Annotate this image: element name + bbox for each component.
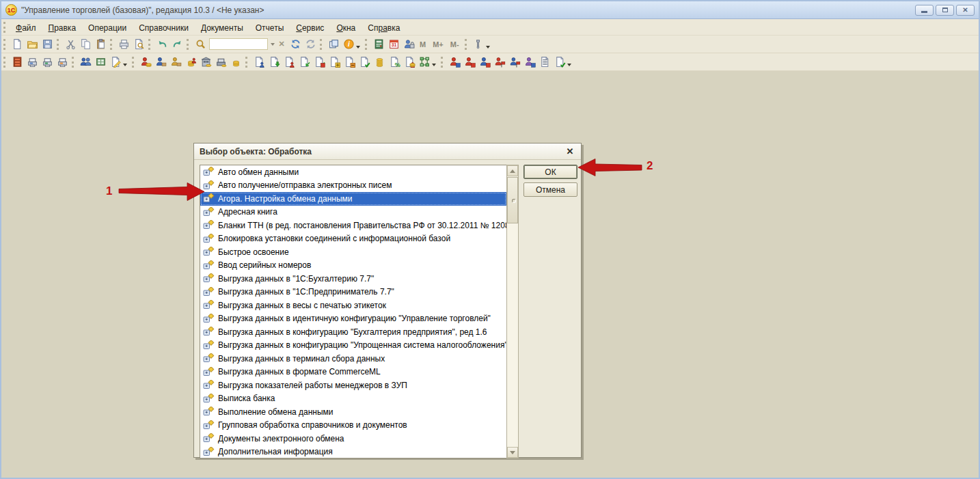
supplier-order-icon[interactable] (168, 55, 183, 69)
doc-add-payment-icon[interactable] (327, 55, 342, 69)
minimize-button[interactable] (915, 5, 934, 16)
list-scrollbar[interactable] (506, 165, 519, 459)
list-item[interactable]: Авто получение/отправка электронных писе… (200, 179, 506, 193)
close-button[interactable]: ✕ (956, 5, 975, 16)
pos-terminal-icon[interactable] (93, 55, 108, 69)
menu-item-операции[interactable]: Операции (82, 21, 133, 35)
find-next-icon[interactable] (288, 38, 303, 51)
list-item[interactable]: Бланки ТТН (в ред. постановления Правите… (200, 219, 506, 232)
paste-icon[interactable] (93, 38, 108, 51)
settings-wrench-icon[interactable] (471, 38, 486, 51)
menu-item-документы[interactable]: Документы (195, 21, 249, 35)
memory-add-button[interactable]: M+ (429, 40, 447, 49)
toolbar-grip[interactable] (3, 57, 7, 68)
list-item[interactable]: Групповая обработка справочников и докум… (200, 419, 506, 433)
list-item[interactable]: Выгрузка данных в "1С:Предприниматель 7.… (200, 286, 506, 299)
doc-verify-icon[interactable] (552, 55, 567, 69)
print-preview-icon[interactable] (131, 38, 146, 51)
dropdown-caret-icon[interactable] (567, 64, 571, 66)
fiscal-register-1-icon[interactable] (25, 55, 40, 69)
dialog-close-icon[interactable]: ✕ (564, 146, 575, 156)
journal-edit-icon[interactable] (108, 55, 123, 69)
list-item[interactable]: Дополнительная информация (200, 446, 506, 459)
cancel-button[interactable]: Отмена (523, 182, 577, 197)
manager-flag-2-icon[interactable] (507, 55, 522, 69)
list-item[interactable]: Выгрузка данных в "1С:Бухгалтерию 7.7" (200, 272, 506, 286)
list-item[interactable]: Адресная книга (200, 206, 506, 219)
toolbar-grip[interactable] (365, 39, 368, 50)
toolbar-grip[interactable] (110, 39, 113, 50)
dialog-header[interactable]: Выбор объекта: Обработка ✕ (194, 143, 581, 160)
cash-income-icon[interactable] (183, 55, 198, 69)
dropdown-caret-icon[interactable] (356, 46, 360, 49)
list-item[interactable]: Выгрузка показателей работы менеджеров в… (200, 379, 506, 392)
copy-icon[interactable] (78, 38, 93, 51)
menu-item-окна[interactable]: Окна (330, 21, 362, 35)
doc-manager-2-icon[interactable] (282, 55, 297, 69)
cut-icon[interactable] (63, 38, 78, 51)
toolbar-grip[interactable] (3, 39, 7, 50)
user-lock-icon[interactable] (401, 38, 416, 51)
quick-search-input[interactable] (209, 38, 268, 50)
find-icon[interactable] (193, 38, 208, 51)
menu-item-правка[interactable]: Правка (42, 21, 83, 35)
manager-report-3-icon[interactable] (477, 55, 492, 69)
list-item[interactable]: Выгрузка данных в терминал сбора данных (200, 352, 506, 366)
toolbar-grip[interactable] (148, 39, 152, 50)
list-item[interactable]: Выполнение обмена данными (200, 405, 506, 419)
toolbar-grip[interactable] (245, 57, 249, 68)
memory-recall-button[interactable]: M (416, 40, 429, 49)
list-item[interactable]: Выгрузка данных в идентичную конфигураци… (200, 312, 506, 326)
calculator-icon[interactable] (371, 38, 386, 51)
menu-item-справочники[interactable]: Справочники (133, 21, 195, 35)
undo-icon[interactable] (154, 38, 169, 51)
doc-approve-icon[interactable] (357, 55, 372, 69)
manager-box-icon[interactable] (522, 55, 537, 69)
fiscal-register-2-icon[interactable] (40, 55, 55, 69)
list-item[interactable]: Выписка банка (200, 392, 506, 406)
manager-flag-1-icon[interactable] (492, 55, 507, 69)
dropdown-caret-icon[interactable] (432, 64, 436, 66)
doc-manager-icon[interactable] (251, 55, 267, 69)
payment-coins-icon[interactable] (372, 55, 387, 69)
list-item[interactable]: Выгрузка данных в весы с печатью этикето… (200, 299, 506, 312)
list-item[interactable]: Выгрузка данных в конфигурацию "Упрощенн… (200, 339, 506, 353)
calendar-icon[interactable]: 31 (386, 38, 401, 51)
doc-export-icon[interactable] (267, 55, 282, 69)
list-item[interactable]: Выгрузка данных в формате CommerceML (200, 366, 506, 379)
toolbar-grip[interactable] (441, 57, 444, 68)
dropdown-caret-icon[interactable] (123, 64, 127, 66)
money-coins-icon[interactable] (228, 55, 243, 69)
info-icon[interactable]: i (341, 38, 356, 51)
list-item[interactable]: Авто обмен данными (200, 165, 506, 179)
save-document-icon[interactable] (40, 38, 55, 51)
registry-list-icon[interactable] (537, 55, 552, 69)
new-document-icon[interactable] (10, 38, 25, 51)
toolbar-grip[interactable] (465, 39, 468, 50)
toolbar-grip[interactable] (72, 57, 75, 68)
menu-item-файл[interactable]: Файл (10, 21, 42, 35)
buyer-order-icon[interactable] (153, 55, 168, 69)
exchange-structure-icon[interactable] (417, 55, 432, 69)
open-document-icon[interactable] (25, 38, 40, 51)
print-icon[interactable] (116, 38, 131, 51)
doc-import-2-icon[interactable] (312, 55, 327, 69)
toolbar-grip[interactable] (132, 57, 135, 68)
menu-item-отчеты[interactable]: Отчеты (249, 21, 290, 35)
cash-device-icon[interactable] (213, 55, 228, 69)
menu-item-справка[interactable]: Справка (362, 21, 406, 35)
bank-building-icon[interactable] (198, 55, 213, 69)
manager-report-2-icon[interactable] (462, 55, 477, 69)
memory-subtract-button[interactable]: M- (447, 40, 463, 49)
list-item[interactable]: Агора. Настройка обмена данными (200, 192, 506, 206)
contact-persons-icon[interactable] (78, 55, 93, 69)
toolbar-grip[interactable] (320, 39, 323, 50)
list-item[interactable]: Блокировка установки соединений с информ… (200, 232, 506, 246)
scroll-up-icon[interactable] (507, 165, 518, 176)
scroll-down-icon[interactable] (507, 447, 518, 458)
toolbar-grip[interactable] (57, 39, 60, 50)
scrollbar-thumb[interactable] (507, 177, 518, 223)
ok-button[interactable]: ОК (523, 165, 577, 179)
list-item[interactable]: Выгрузка данных в конфигурацию "Бухгалте… (200, 325, 506, 339)
list-item[interactable]: Документы электронного обмена (200, 432, 506, 446)
